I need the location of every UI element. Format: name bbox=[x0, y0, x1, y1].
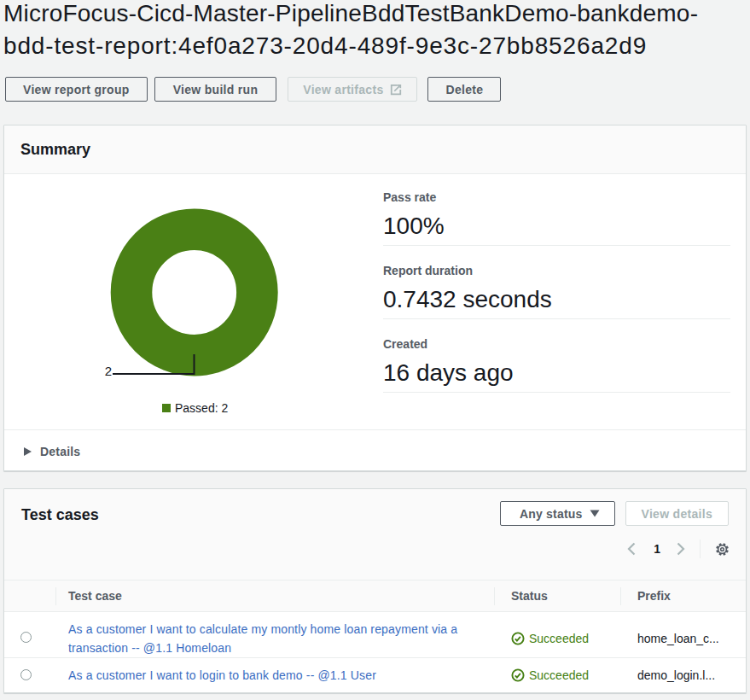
svg-text:2: 2 bbox=[105, 364, 112, 378]
